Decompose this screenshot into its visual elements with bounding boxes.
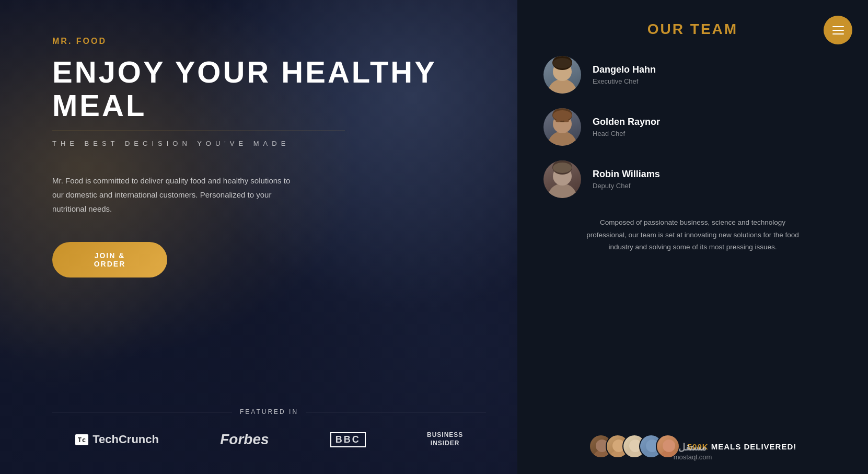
featured-line-right	[306, 412, 486, 412]
member-3-name: Robin Williams	[593, 169, 842, 180]
menu-line-1	[832, 26, 844, 27]
svg-point-4	[548, 131, 577, 146]
member-1-info: Dangelo Hahn Executive Chef	[593, 64, 842, 85]
watermark-brand: مستقل	[674, 442, 712, 453]
left-panel: MR. FOOD ENJOY YOUR HEALTHY MEAL THE BES…	[0, 0, 517, 474]
svg-point-0	[548, 79, 577, 94]
hero-content: MR. FOOD ENJOY YOUR HEALTHY MEAL THE BES…	[0, 0, 517, 474]
business-insider-logo: BUSINESSINSIDER	[427, 431, 463, 447]
avatar-golden	[543, 108, 581, 146]
avatar-robin	[543, 160, 581, 198]
bbc-logo: BBC	[330, 432, 366, 447]
our-team-title: OUR TEAM	[543, 21, 842, 38]
watermark-url: mostaql.com	[674, 453, 712, 461]
svg-point-9	[564, 119, 569, 122]
techcrunch-label: TechCrunch	[92, 433, 159, 446]
team-member-1: Dangelo Hahn Executive Chef	[543, 56, 842, 94]
member-2-info: Golden Raynor Head Chef	[593, 117, 842, 137]
forbes-label: Forbes	[220, 431, 269, 448]
member-1-name: Dangelo Hahn	[593, 64, 842, 75]
team-member-2: Golden Raynor Head Chef	[543, 108, 842, 146]
svg-point-10	[548, 183, 577, 198]
business-insider-label: BUSINESSINSIDER	[427, 431, 463, 447]
avatar-golden-svg	[543, 108, 581, 146]
hero-title: ENJOY YOUR HEALTHY MEAL	[52, 55, 486, 122]
hero-divider	[52, 131, 345, 131]
featured-label: FEATURED IN	[52, 408, 486, 415]
hero-subtitle: THE BEST DECISION YOU'VE MADE	[52, 140, 486, 147]
svg-point-8	[555, 119, 561, 122]
menu-line-3	[832, 33, 844, 34]
bbc-label: BBC	[330, 432, 366, 447]
member-2-name: Golden Raynor	[593, 117, 842, 128]
featured-text: FEATURED IN	[240, 408, 298, 415]
techcrunch-logo: Tc TechCrunch	[75, 433, 159, 446]
right-panel: OUR TEAM Dangelo Hahn Executive Chef	[517, 0, 868, 474]
svg-point-3	[553, 58, 572, 68]
featured-line-left	[52, 412, 232, 412]
svg-point-7	[553, 110, 572, 121]
avatar-robin-svg	[543, 160, 581, 198]
menu-line-2	[832, 30, 844, 31]
logos-row: Tc TechCrunch Forbes BBC BUSINESSINSIDER	[52, 431, 486, 448]
team-members-list: Dangelo Hahn Executive Chef Golden Rayno…	[543, 56, 842, 198]
featured-section: FEATURED IN Tc TechCrunch Forbes BBC BUS…	[52, 408, 486, 448]
hero-description: Mr. Food is committed to deliver quality…	[52, 174, 303, 216]
team-description: Composed of passionate business, science…	[583, 216, 803, 253]
team-member-3: Robin Williams Deputy Chef	[543, 160, 842, 198]
brand-name: MR. FOOD	[52, 37, 486, 46]
member-3-info: Robin Williams Deputy Chef	[593, 169, 842, 190]
member-3-role: Deputy Chef	[593, 182, 842, 190]
join-order-button[interactable]: JOIN & ORDER	[52, 242, 167, 278]
avatar-stack	[589, 434, 680, 458]
member-1-role: Executive Chef	[593, 77, 842, 85]
watermark: مستقل mostaql.com	[674, 442, 712, 461]
svg-point-13	[553, 163, 572, 173]
avatar-dangelo	[543, 56, 581, 94]
meals-label: MEALS DELIVERED!	[711, 442, 797, 451]
forbes-logo: Forbes	[220, 431, 269, 448]
member-2-role: Head Chef	[593, 130, 842, 137]
tc-icon: Tc	[75, 434, 89, 445]
menu-button[interactable]	[824, 16, 852, 44]
avatar-dangelo-svg	[543, 56, 581, 94]
